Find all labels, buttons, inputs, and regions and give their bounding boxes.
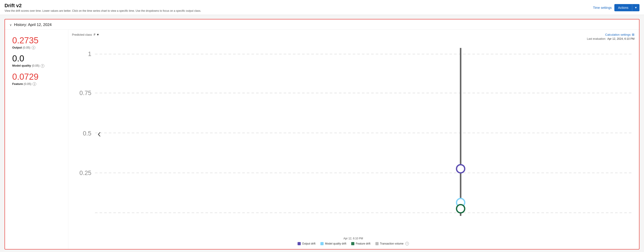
top-bar: Drift v2 View the drift scores over time…	[0, 0, 644, 15]
actions-button-label: Actions	[614, 4, 632, 11]
metric-feature-label: Feature (0.05) i	[12, 82, 62, 86]
main-content: ∨ History: April 12, 2024 0.2735 Output …	[0, 15, 644, 252]
svg-text:‹: ‹	[98, 128, 101, 139]
actions-button-caret[interactable]: ▼	[632, 4, 640, 11]
metric-output-label: Output (0.05) i	[12, 46, 62, 50]
legend-swatch-transaction	[376, 242, 378, 245]
svg-point-11	[457, 165, 465, 173]
actions-button[interactable]: Actions ▼	[614, 4, 640, 11]
legend-row: Output drift Model quality drift Feature…	[72, 240, 634, 247]
legend-output-label: Output drift	[302, 242, 316, 245]
legend-swatch-model	[320, 242, 324, 245]
card-body: 0.2735 Output (0.05) i 0.0 Model quality…	[5, 30, 639, 249]
legend-output: Output drift	[298, 242, 316, 245]
feature-info-icon[interactable]: i	[32, 82, 36, 86]
chart-time-label: Apr 12, 6:10 PM	[72, 237, 634, 240]
calc-settings-icon: ⊞	[632, 33, 634, 36]
svg-text:1: 1	[88, 50, 92, 57]
predicted-class-chevron: ▼	[96, 33, 99, 36]
legend-model-label: Model quality drift	[325, 242, 346, 245]
model-quality-info-icon[interactable]: i	[41, 64, 44, 68]
metric-feature: 0.0729 Feature (0.05) i	[12, 72, 62, 86]
metric-output-value: 0.2735	[12, 36, 62, 45]
predicted-class-selector: Predicted class F ▼	[72, 33, 99, 36]
legend-transaction-label: Transaction volume	[380, 242, 404, 245]
collapse-icon[interactable]: ∨	[10, 23, 12, 27]
chart-svg[interactable]: 1 0.75 0.5 0.25 ‹	[72, 42, 634, 237]
chart-top-bar: Predicted class F ▼ Calculation settings…	[72, 33, 634, 36]
last-eval-value: Apr 12, 2024, 6:10 PM	[607, 37, 634, 40]
predicted-class-dropdown[interactable]: F ▼	[94, 33, 99, 36]
metric-output: 0.2735 Output (0.05) i	[12, 36, 62, 49]
legend-feature-label: Feature drift	[356, 242, 370, 245]
metric-model-quality-label: Model quality (0.05) i	[12, 64, 62, 68]
metrics-panel: 0.2735 Output (0.05) i 0.0 Model quality…	[5, 30, 68, 249]
last-evaluation-row: Last evaluation: Apr 12, 2024, 6:10 PM	[72, 37, 634, 40]
metric-model-quality-value: 0.0	[12, 54, 62, 63]
card-header: ∨ History: April 12, 2024	[5, 19, 639, 30]
legend-feature: Feature drift	[351, 242, 370, 245]
chart-panel: Predicted class F ▼ Calculation settings…	[68, 30, 639, 249]
svg-point-13	[457, 205, 465, 213]
svg-text:0.5: 0.5	[83, 130, 92, 137]
card-title: History: April 12, 2024	[14, 23, 52, 27]
time-settings-link[interactable]: Time settings	[593, 6, 612, 9]
transaction-info-icon[interactable]: i	[405, 242, 409, 246]
predicted-class-label: Predicted class	[72, 33, 92, 36]
calculation-settings-link[interactable]: Calculation settings ⊞	[605, 33, 634, 36]
page-title: Drift v2	[4, 3, 201, 8]
output-info-icon[interactable]: i	[32, 46, 35, 49]
page-header: Drift v2 View the drift scores over time…	[4, 3, 201, 12]
legend-model: Model quality drift	[320, 242, 346, 245]
last-eval-label: Last evaluation:	[587, 37, 606, 40]
legend-swatch-output	[298, 242, 301, 245]
page-subtitle: View the drift scores over time. Lower v…	[4, 9, 201, 12]
chart-svg-container[interactable]: 1 0.75 0.5 0.25 ‹	[72, 42, 634, 237]
metric-feature-value: 0.0729	[12, 72, 62, 82]
legend-swatch-feature	[351, 242, 354, 245]
svg-text:0.75: 0.75	[80, 89, 92, 96]
legend-transaction: Transaction volume i	[376, 242, 409, 246]
svg-text:0.25: 0.25	[80, 169, 92, 176]
top-bar-actions: Time settings Actions ▼	[593, 4, 640, 11]
drift-card: ∨ History: April 12, 2024 0.2735 Output …	[4, 19, 640, 250]
metric-model-quality: 0.0 Model quality (0.05) i	[12, 54, 62, 68]
